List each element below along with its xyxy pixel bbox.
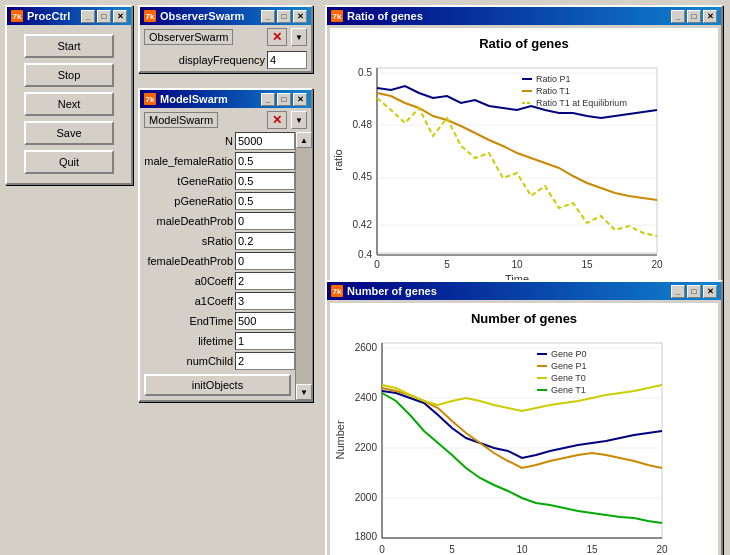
- ratio-chart-window: 7k Ratio of genes _ □ ✕ Ratio of genes r…: [325, 5, 723, 290]
- model-swarm-titlebar: 7k ModelSwarm _ □ ✕: [140, 90, 311, 108]
- input-a0coeff[interactable]: [235, 272, 295, 290]
- input-male-death-prob[interactable]: [235, 212, 295, 230]
- ratio-chart-area: Ratio of genes ratio 0.5 0.48 0.45 0.42 …: [330, 28, 718, 285]
- svg-text:20: 20: [651, 259, 663, 270]
- quit-button[interactable]: Quit: [24, 150, 114, 174]
- number-chart-icon: 7k: [331, 285, 343, 297]
- svg-rect-26: [382, 343, 662, 538]
- init-objects-button[interactable]: initObjects: [144, 374, 291, 396]
- model-swarm-label: ModelSwarm: [144, 112, 218, 128]
- svg-text:0.42: 0.42: [353, 219, 373, 230]
- obs-maximize-btn[interactable]: □: [277, 10, 291, 23]
- start-button[interactable]: Start: [24, 34, 114, 58]
- ratio-minimize-btn[interactable]: _: [671, 10, 685, 23]
- model-scroll-up[interactable]: ▲: [296, 132, 312, 148]
- observer-swarm-window: 7k ObserverSwarm _ □ ✕ ObserverSwarm ✕ ▼…: [138, 5, 313, 73]
- proc-ctrl-window: 7k ProcCtrl _ □ ✕ Start Stop Next Save Q…: [5, 5, 133, 185]
- next-button[interactable]: Next: [24, 92, 114, 116]
- model-close-btn[interactable]: ✕: [293, 93, 307, 106]
- input-female-death-prob[interactable]: [235, 252, 295, 270]
- svg-rect-50: [537, 377, 547, 379]
- model-dismiss-btn[interactable]: ✕: [267, 111, 287, 129]
- observer-dismiss-btn[interactable]: ✕: [267, 28, 287, 46]
- number-chart-area: Number of genes Number 2600 2400 2200 20…: [330, 303, 718, 555]
- svg-text:15: 15: [586, 544, 598, 555]
- minimize-btn[interactable]: _: [81, 10, 95, 23]
- model-scroll-track[interactable]: [296, 148, 312, 384]
- model-minimize-btn[interactable]: _: [261, 93, 275, 106]
- svg-rect-22: [522, 90, 532, 92]
- number-maximize-btn[interactable]: □: [687, 285, 701, 298]
- maximize-btn[interactable]: □: [97, 10, 111, 23]
- svg-text:15: 15: [581, 259, 593, 270]
- ratio-chart-titlebar: 7k Ratio of genes _ □ ✕: [327, 7, 721, 25]
- model-maximize-btn[interactable]: □: [277, 93, 291, 106]
- model-icon: 7k: [144, 93, 156, 105]
- model-scroll-down[interactable]: ▼: [296, 384, 312, 400]
- field-sratio: sRatio: [140, 232, 295, 250]
- svg-text:5: 5: [444, 259, 450, 270]
- display-freq-input[interactable]: [267, 51, 307, 69]
- input-numchild[interactable]: [235, 352, 295, 370]
- svg-text:20: 20: [656, 544, 668, 555]
- number-chart-window: 7k Number of genes _ □ ✕ Number of genes…: [325, 280, 723, 555]
- field-numchild: numChild: [140, 352, 295, 370]
- svg-rect-46: [537, 353, 547, 355]
- field-endtime: EndTime: [140, 312, 295, 330]
- stop-button[interactable]: Stop: [24, 63, 114, 87]
- svg-text:10: 10: [511, 259, 523, 270]
- close-btn[interactable]: ✕: [113, 10, 127, 23]
- svg-text:5: 5: [449, 544, 455, 555]
- field-lifetime: lifetime: [140, 332, 295, 350]
- ratio-chart-svg: ratio 0.5 0.48 0.45 0.42 0.4 0 5 10 15 2…: [332, 53, 714, 283]
- number-close-btn[interactable]: ✕: [703, 285, 717, 298]
- field-tgene-ratio: tGeneRatio: [140, 172, 295, 190]
- svg-text:2600: 2600: [355, 342, 378, 353]
- observer-scroll-btn[interactable]: ▼: [291, 28, 307, 46]
- ratio-close-btn[interactable]: ✕: [703, 10, 717, 23]
- observer-swarm-title: ObserverSwarm: [160, 10, 244, 22]
- svg-text:Gene P1: Gene P1: [551, 361, 587, 371]
- field-N: N: [140, 132, 295, 150]
- svg-text:1800: 1800: [355, 531, 378, 542]
- svg-text:0: 0: [374, 259, 380, 270]
- svg-text:Gene P0: Gene P0: [551, 349, 587, 359]
- field-male-female-ratio: male_femaleRatio: [140, 152, 295, 170]
- number-chart-titlebar: 7k Number of genes _ □ ✕: [327, 282, 721, 300]
- svg-text:ratio: ratio: [332, 149, 344, 170]
- save-button[interactable]: Save: [24, 121, 114, 145]
- svg-text:Ratio T1 at Equilibrium: Ratio T1 at Equilibrium: [536, 98, 627, 108]
- model-swarm-title: ModelSwarm: [160, 93, 228, 105]
- svg-text:Number: Number: [334, 420, 346, 459]
- input-sratio[interactable]: [235, 232, 295, 250]
- number-chart-heading: Number of genes: [332, 305, 716, 328]
- svg-rect-48: [537, 365, 547, 367]
- obs-minimize-btn[interactable]: _: [261, 10, 275, 23]
- number-minimize-btn[interactable]: _: [671, 285, 685, 298]
- input-tgene-ratio[interactable]: [235, 172, 295, 190]
- input-male-female-ratio[interactable]: [235, 152, 295, 170]
- svg-text:2000: 2000: [355, 492, 378, 503]
- input-a1coeff[interactable]: [235, 292, 295, 310]
- observer-swarm-titlebar: 7k ObserverSwarm _ □ ✕: [140, 7, 311, 25]
- svg-rect-20: [522, 78, 532, 80]
- proc-ctrl-content: Start Stop Next Save Quit: [7, 25, 131, 183]
- input-pgene-ratio[interactable]: [235, 192, 295, 210]
- number-chart-svg: Number 2600 2400 2200 2000 1800 0 5 10 1…: [332, 328, 714, 555]
- model-scroll-btn[interactable]: ▼: [291, 111, 307, 129]
- input-N[interactable]: [235, 132, 295, 150]
- svg-text:0.48: 0.48: [353, 119, 373, 130]
- ratio-chart-icon: 7k: [331, 10, 343, 22]
- svg-text:0.4: 0.4: [358, 249, 372, 260]
- proc-ctrl-title: ProcCtrl: [27, 10, 70, 22]
- svg-text:0.45: 0.45: [353, 171, 373, 182]
- svg-text:0: 0: [379, 544, 385, 555]
- svg-text:Gene T1: Gene T1: [551, 385, 586, 395]
- svg-text:Gene T0: Gene T0: [551, 373, 586, 383]
- obs-close-btn[interactable]: ✕: [293, 10, 307, 23]
- field-a1coeff: a1Coeff: [140, 292, 295, 310]
- field-male-death-prob: maleDeathProb: [140, 212, 295, 230]
- input-endtime[interactable]: [235, 312, 295, 330]
- input-lifetime[interactable]: [235, 332, 295, 350]
- ratio-maximize-btn[interactable]: □: [687, 10, 701, 23]
